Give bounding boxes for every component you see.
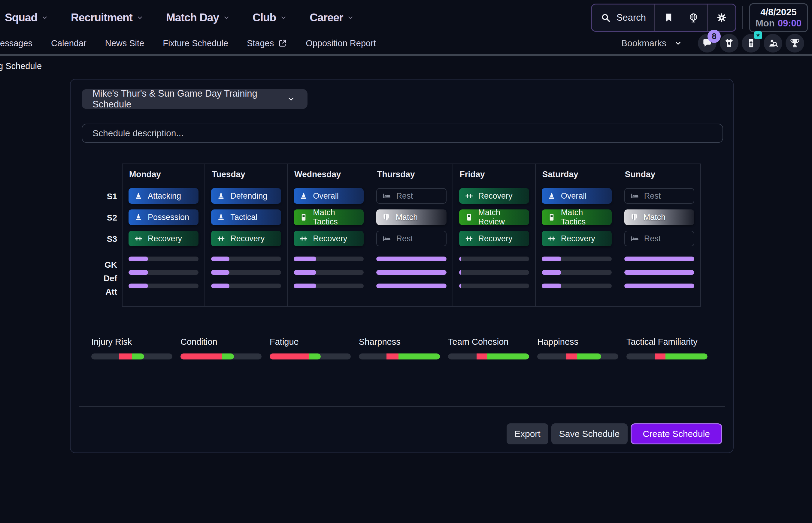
subnav-label: Fixture Schedule [163, 38, 228, 48]
datetime-box[interactable]: 4/8/2025 Mon09:00 [749, 3, 808, 32]
session-chip-match[interactable]: Match [376, 210, 446, 225]
session-chip-overall[interactable]: Overall [294, 188, 364, 204]
intensity-bar[interactable] [128, 270, 198, 275]
subnav-opposition-report[interactable]: Opposition Report [306, 38, 376, 48]
schedule-selector[interactable]: Mike's Thur's & Sun Game Day Training Sc… [82, 89, 308, 109]
intensity-bar[interactable] [294, 256, 364, 262]
metric-bar [270, 354, 351, 359]
week-row-labels: S1S2S3GKDefAtt [103, 164, 122, 307]
intensity-bar[interactable] [624, 284, 694, 288]
transfers-button[interactable]: ★ [742, 34, 760, 53]
intensity-bar-fill [376, 256, 446, 262]
subnav-stages[interactable]: Stages [247, 38, 287, 48]
panel-divider [79, 406, 725, 407]
search-button[interactable]: Search [592, 4, 654, 31]
session-chip-rest[interactable]: Rest [624, 231, 694, 246]
squad-kit-button[interactable] [720, 34, 739, 53]
day-column-sunday: SundayRestMatchRest [618, 164, 700, 306]
metrics-row: Injury RiskConditionFatigueSharpnessTeam… [91, 337, 708, 359]
create-schedule-button[interactable]: Create Schedule [630, 423, 722, 445]
intensity-row-label-gk: GK [103, 263, 122, 267]
metric-segment-green [577, 354, 601, 359]
breadcrumb: g Schedule [0, 61, 42, 71]
chevron-down-icon [41, 14, 48, 21]
menu-career[interactable]: Career [310, 12, 354, 24]
save-schedule-button[interactable]: Save Schedule [551, 423, 628, 445]
subnav-messages[interactable]: essages [0, 38, 32, 48]
inbox-button[interactable]: 8 [698, 34, 716, 53]
intensity-bar[interactable] [459, 256, 529, 262]
dumbbell-icon [134, 234, 143, 243]
intensity-bar[interactable] [624, 256, 694, 262]
session-chip-recovery[interactable]: Recovery [128, 231, 198, 246]
menu-squad[interactable]: Squad [5, 12, 48, 24]
metric-segment-green [666, 354, 708, 359]
session-chip-rest[interactable]: Rest [376, 231, 446, 246]
bed-icon [382, 192, 391, 200]
notification-badge: 8 [708, 30, 721, 43]
session-label: Match Tactics [561, 208, 606, 227]
intensity-bar[interactable] [624, 270, 694, 275]
session-chip-recovery[interactable]: Recovery [294, 231, 364, 246]
session-chip-match[interactable]: Match [624, 210, 694, 225]
intensity-bar[interactable] [542, 256, 612, 262]
session-label: Tactical [230, 213, 257, 222]
intensity-bar[interactable] [542, 284, 612, 288]
intensity-bar[interactable] [211, 270, 281, 275]
session-chip-attacking[interactable]: Attacking [128, 188, 198, 204]
session-chip-match-review[interactable]: Match Review [459, 210, 529, 225]
day-header: Saturday [542, 169, 618, 179]
chevron-down-icon [674, 39, 682, 47]
subnav-calendar[interactable]: Calendar [51, 38, 86, 48]
bookmark-icon[interactable] [663, 12, 674, 23]
intensity-bar[interactable] [376, 284, 446, 288]
bookmarks-dropdown[interactable]: Bookmarks [621, 38, 682, 48]
intensity-bar[interactable] [294, 270, 364, 275]
day-column-wednesday: WednesdayOverallMatch TacticsRecovery [287, 164, 370, 306]
intensity-bar[interactable] [459, 270, 529, 275]
session-label: Recovery [478, 192, 513, 201]
subnav-fixture-schedule[interactable]: Fixture Schedule [163, 38, 228, 48]
metric-segment-red [566, 354, 577, 359]
session-chip-match-tactics[interactable]: Match Tactics [542, 210, 612, 225]
scouting-button[interactable] [764, 34, 782, 53]
session-chip-possession[interactable]: Possession [128, 210, 198, 225]
export-button[interactable]: Export [506, 423, 548, 445]
intensity-bar[interactable] [128, 256, 198, 262]
session-chip-recovery[interactable]: Recovery [542, 231, 612, 246]
session-chip-rest[interactable]: Rest [624, 188, 694, 204]
intensity-bar[interactable] [294, 284, 364, 288]
session-chip-match-tactics[interactable]: Match Tactics [294, 210, 364, 225]
intensity-bar-fill [211, 270, 229, 275]
gear-icon[interactable] [716, 12, 727, 23]
session-chip-recovery[interactable]: Recovery [211, 231, 281, 246]
jersey-icon [723, 37, 735, 49]
intensity-bar[interactable] [211, 256, 281, 262]
session-chip-rest[interactable]: Rest [376, 188, 446, 204]
intensity-bar[interactable] [128, 284, 198, 288]
subnav-news-site[interactable]: News Site [105, 38, 144, 48]
menu-recruitment[interactable]: Recruitment [71, 12, 143, 24]
chevron-down-icon [347, 14, 354, 21]
session-chip-overall[interactable]: Overall [542, 188, 612, 204]
intensity-bar[interactable] [542, 270, 612, 275]
session-chip-recovery[interactable]: Recovery [459, 188, 529, 204]
intensity-bar-fill [294, 256, 316, 262]
intensity-bar[interactable] [376, 256, 446, 262]
metric-segment-green [487, 354, 529, 359]
session-label: Recovery [148, 234, 182, 244]
session-chip-defending[interactable]: Defending [211, 188, 281, 204]
competitions-button[interactable] [785, 34, 804, 53]
schedule-description-input[interactable] [82, 124, 723, 143]
intensity-bar[interactable] [459, 284, 529, 288]
intensity-bars [453, 256, 535, 288]
intensity-bar[interactable] [211, 284, 281, 288]
intensity-bar-fill [624, 284, 694, 288]
globe-icon[interactable] [688, 12, 699, 23]
session-chip-recovery[interactable]: Recovery [459, 231, 529, 246]
intensity-bar[interactable] [376, 270, 446, 275]
session-chip-tactical[interactable]: Tactical [211, 210, 281, 225]
session-label: Match Tactics [313, 208, 358, 227]
menu-club[interactable]: Club [253, 12, 287, 24]
menu-match-day[interactable]: Match Day [166, 12, 230, 24]
